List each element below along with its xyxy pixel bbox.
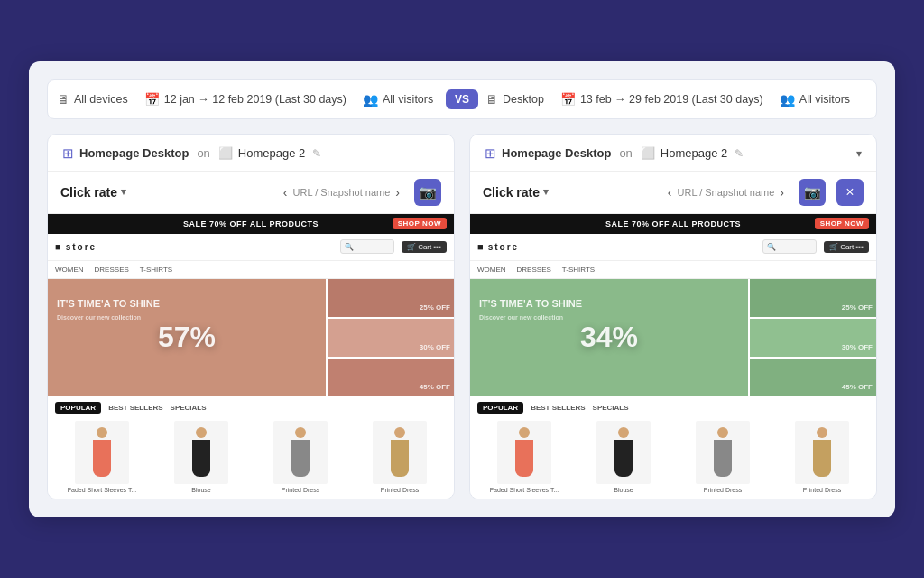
off-label-1-right: 25% OFF [842,303,873,312]
snapshot-button-left[interactable]: 📷 [414,179,441,206]
tab-popular-left[interactable]: POPULAR [55,402,101,414]
hero-main-right: IT'S TIME'A TO SHINE Discover our new co… [470,279,748,396]
site-menu-left: WOMEN DRESSES T-SHIRTS [48,261,454,279]
click-rate-dropdown-right[interactable]: Click rate ▾ [483,185,549,200]
panel-right: ⊞ Homepage Desktop on ⬜ Homepage 2 ✎ ▾ C… [469,134,877,499]
person-2-left [188,427,215,477]
off-label-2-right: 30% OFF [842,343,873,351]
product-name-3-right: Printed Dress [704,487,742,493]
site-topbar-left: SALE 70% OFF ALL PRODUCTS SHOP NOW [48,214,454,234]
head-1-left [97,427,107,438]
page-icon-right: ⬜ [641,146,655,160]
hero-side-3-right: 45% OFF [750,359,876,396]
device-selector-right[interactable]: 🖥 Desktop [485,92,544,107]
tab-specials-left[interactable]: SPECIALS [171,404,207,412]
dropdown-icon-right[interactable]: ▾ [856,147,862,160]
menu-women-left[interactable]: WOMEN [55,266,84,274]
person-4-right [808,427,836,477]
search-box-left[interactable]: 🔍 [340,239,394,254]
page-icon-left: ⬜ [218,146,233,160]
panel-right-header: ⊞ Homepage Desktop on ⬜ Homepage 2 ✎ ▾ [470,135,876,172]
product-img-1-left [75,421,129,484]
edit-icon-right: ✎ [735,147,744,160]
hero-area-right: IT'S TIME'A TO SHINE Discover our new co… [470,279,876,396]
person-3-right [709,427,736,477]
monitor-icon-left: 🖥 [57,92,69,107]
head-4-right [817,427,827,438]
page-name-left: Homepage 2 [238,146,305,160]
hero-overlay-left: 57% [48,279,326,396]
nav-prev-left[interactable]: ‹ [282,185,290,200]
menu-women-right[interactable]: WOMEN [477,266,506,274]
tab-specials-right[interactable]: SPECIALS [593,404,629,412]
body-2-left [192,440,210,477]
product-2-right: Blouse [577,421,670,493]
product-1-left: Faded Short Sleeves T... [55,421,149,493]
products-grid-right: Faded Short Sleeves T... Blouse [477,421,869,493]
device-label-left: All devices [74,93,128,106]
device-selector-left[interactable]: 🖥 All devices [57,92,128,107]
tab-bestsellers-right[interactable]: BEST SELLERS [531,404,585,412]
snapshot-button-right[interactable]: 📷 [799,179,826,206]
top-bar-right: 🖥 Desktop 📅 13 feb → 29 feb 2019 (Last 3… [485,92,867,107]
cart-btn-right[interactable]: 🛒 Cart ▪▪▪ [824,241,869,253]
nav-next-right[interactable]: › [778,185,786,200]
product-3-left: Printed Dress [254,421,347,493]
store-logo-left: ■ store [55,241,97,252]
product-4-left: Printed Dress [353,421,447,493]
tab-popular-right[interactable]: POPULAR [477,402,523,414]
product-img-4-right [795,421,849,484]
person-1-right [511,427,538,477]
site-topbar-right: SALE 70% OFF ALL PRODUCTS SHOP NOW [470,214,876,234]
nav-prev-right[interactable]: ‹ [666,185,674,200]
panel-left-toolbar: Click rate ▾ ‹ URL / Snapshot name › 📷 [48,172,454,214]
product-name-4-right: Printed Dress [803,487,841,493]
hero-side-2-right: 30% OFF [750,319,876,357]
product-img-3-right [696,421,750,484]
menu-tshirts-right[interactable]: T-SHIRTS [562,266,595,274]
hero-side-left: 25% OFF 30% OFF 45% OFF [328,279,454,396]
person-1-left [88,427,116,477]
body-4-right [813,440,831,477]
visitors-left[interactable]: 👥 All visitors [363,92,433,107]
product-3-right: Printed Dress [676,421,770,493]
product-img-2-right [596,421,651,484]
visitors-label-right: All visitors [799,93,850,106]
body-3-right [714,440,732,477]
date-range-left[interactable]: 📅 12 jan → 12 feb 2019 (Last 30 days) [144,92,346,107]
menu-dresses-right[interactable]: DRESSES [517,266,551,274]
site-mockup-right: SALE 70% OFF ALL PRODUCTS SHOP NOW ■ sto… [470,214,876,499]
cart-btn-left[interactable]: 🛒 Cart ▪▪▪ [402,241,447,253]
head-4-left [394,427,405,438]
search-box-right[interactable]: 🔍 [762,239,817,254]
product-name-4-left: Printed Dress [381,487,419,493]
url-snapshot-label-left: URL / Snapshot name [293,187,391,198]
close-button-right[interactable]: × [836,179,864,206]
date-range-label-left: 12 jan → 12 feb 2019 (Last 30 days) [164,93,346,106]
page-name-right: Homepage 2 [661,146,727,160]
hero-percent-right: 34% [580,321,638,354]
product-name-1-left: Faded Short Sleeves T... [68,487,137,493]
person-2-right [610,427,637,477]
hero-overlay-right: 34% [470,279,748,396]
visitors-right[interactable]: 👥 All visitors [780,92,850,107]
click-rate-label-right: Click rate [483,185,540,200]
url-snapshot-label-right: URL / Snapshot name [678,187,775,198]
camera-icon-left: 📷 [420,184,437,200]
sale-badge-left: SHOP NOW [393,218,447,229]
on-text-left: on [197,146,209,160]
grid-icon-right: ⊞ [485,145,496,162]
close-icon-right: × [845,184,854,200]
panel-left: ⊞ Homepage Desktop on ⬜ Homepage 2 ✎ Cli… [47,134,455,499]
head-1-right [519,427,530,438]
tab-bestsellers-left[interactable]: BEST SELLERS [108,404,162,412]
products-tabs-right: POPULAR BEST SELLERS SPECIALS [477,402,869,414]
body-2-right [614,440,633,477]
menu-tshirts-left[interactable]: T-SHIRTS [140,266,172,274]
products-grid-left: Faded Short Sleeves T... Blouse [55,421,447,493]
menu-dresses-left[interactable]: DRESSES [95,266,129,274]
click-rate-dropdown-left[interactable]: Click rate ▾ [60,185,126,200]
nav-next-left[interactable]: › [393,185,402,200]
date-range-right[interactable]: 📅 13 feb → 29 feb 2019 (Last 30 days) [560,92,763,107]
panel-left-header: ⊞ Homepage Desktop on ⬜ Homepage 2 ✎ [48,135,454,172]
